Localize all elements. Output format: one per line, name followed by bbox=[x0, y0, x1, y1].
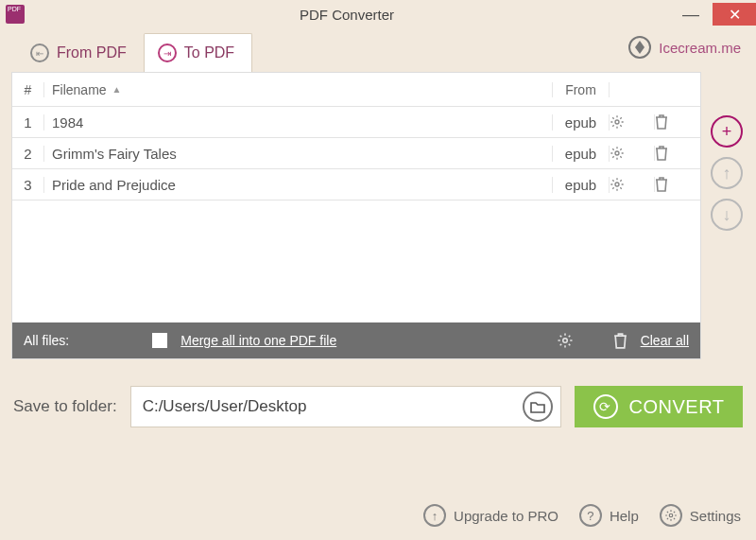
help-link[interactable]: ? Help bbox=[579, 504, 639, 527]
merge-link[interactable]: Merge all into one PDF file bbox=[180, 333, 336, 348]
gear-icon bbox=[610, 146, 625, 161]
brand-link[interactable]: Icecream.me bbox=[628, 36, 741, 59]
list-footer: All files: Merge all into one PDF file C… bbox=[12, 322, 700, 358]
gear-icon bbox=[660, 504, 682, 527]
row-index: 2 bbox=[12, 146, 44, 162]
row-settings-button[interactable] bbox=[610, 114, 655, 130]
table-row[interactable]: 1 1984 epub bbox=[12, 107, 700, 138]
tab-bar: ⇤ From PDF ⇥ To PDF Icecream.me bbox=[0, 28, 756, 72]
add-file-button[interactable]: + bbox=[711, 115, 743, 148]
svg-point-4 bbox=[669, 514, 673, 517]
help-icon: ? bbox=[579, 504, 602, 527]
convert-button[interactable]: ⟳ CONVERT bbox=[575, 386, 743, 427]
bottom-links: ↑ Upgrade to PRO ? Help Settings bbox=[423, 504, 741, 527]
save-path-field[interactable]: C:/Users/User/Desktop bbox=[130, 386, 561, 427]
row-filename: 1984 bbox=[44, 114, 553, 131]
side-controls: + ↑ ↓ bbox=[711, 115, 743, 231]
move-up-button[interactable]: ↑ bbox=[711, 157, 743, 189]
tab-label: To PDF bbox=[184, 44, 234, 61]
col-filename-label: Filename bbox=[52, 82, 107, 97]
row-settings-button[interactable] bbox=[610, 177, 655, 192]
row-filename: Pride and Prejudice bbox=[44, 177, 553, 193]
file-list-panel: # Filename ▲ From 1 1984 epub 2 Grimm's … bbox=[11, 72, 701, 359]
all-files-label: All files: bbox=[24, 333, 69, 348]
upgrade-icon: ↑ bbox=[423, 504, 446, 527]
move-down-button[interactable]: ↓ bbox=[711, 199, 743, 231]
browse-folder-button[interactable] bbox=[523, 392, 553, 422]
row-delete-button[interactable] bbox=[655, 177, 700, 192]
svg-point-1 bbox=[615, 151, 619, 155]
table-header: # Filename ▲ From bbox=[12, 73, 700, 107]
close-button[interactable]: ✕ bbox=[713, 3, 756, 26]
svg-point-0 bbox=[615, 120, 619, 124]
trash-icon bbox=[655, 114, 668, 130]
col-index[interactable]: # bbox=[12, 82, 44, 97]
save-row: Save to folder: C:/Users/User/Desktop ⟳ … bbox=[0, 359, 756, 427]
all-delete-button[interactable] bbox=[613, 333, 627, 349]
table-body: 1 1984 epub 2 Grimm's Fairy Tales epub 3… bbox=[12, 107, 700, 322]
row-from: epub bbox=[553, 146, 610, 162]
row-settings-button[interactable] bbox=[610, 146, 655, 161]
settings-link[interactable]: Settings bbox=[660, 504, 741, 527]
trash-icon bbox=[655, 177, 668, 192]
svg-point-2 bbox=[615, 183, 619, 186]
row-delete-button[interactable] bbox=[655, 114, 700, 130]
tab-to-pdf[interactable]: ⇥ To PDF bbox=[144, 33, 252, 72]
tab-from-pdf[interactable]: ⇤ From PDF bbox=[17, 34, 144, 72]
row-from: epub bbox=[553, 114, 610, 131]
settings-label: Settings bbox=[690, 508, 741, 524]
trash-icon bbox=[655, 146, 668, 161]
convert-label: CONVERT bbox=[629, 396, 725, 418]
table-row[interactable]: 3 Pride and Prejudice epub bbox=[12, 169, 700, 200]
upgrade-link[interactable]: ↑ Upgrade to PRO bbox=[423, 504, 558, 527]
tab-label: From PDF bbox=[57, 44, 127, 61]
gear-icon bbox=[557, 332, 574, 349]
from-pdf-icon: ⇤ bbox=[30, 44, 49, 62]
row-index: 3 bbox=[12, 177, 44, 193]
upgrade-label: Upgrade to PRO bbox=[454, 508, 558, 524]
row-filename: Grimm's Fairy Tales bbox=[44, 146, 553, 162]
window-title: PDF Converter bbox=[25, 7, 669, 23]
brand-label: Icecream.me bbox=[659, 40, 741, 56]
all-settings-button[interactable] bbox=[557, 332, 574, 349]
trash-icon bbox=[613, 333, 627, 349]
folder-icon bbox=[530, 401, 545, 413]
convert-icon: ⟳ bbox=[593, 394, 618, 419]
merge-checkbox[interactable] bbox=[152, 333, 167, 348]
svg-point-3 bbox=[562, 339, 567, 343]
sort-asc-icon: ▲ bbox=[112, 84, 122, 95]
help-label: Help bbox=[610, 508, 639, 524]
minimize-button[interactable]: — bbox=[669, 3, 713, 26]
to-pdf-icon: ⇥ bbox=[158, 44, 177, 62]
col-filename[interactable]: Filename ▲ bbox=[44, 82, 553, 97]
clear-all-link[interactable]: Clear all bbox=[641, 333, 689, 348]
app-icon bbox=[6, 5, 25, 24]
col-from[interactable]: From bbox=[553, 82, 610, 97]
row-from: epub bbox=[553, 177, 610, 193]
row-delete-button[interactable] bbox=[655, 146, 700, 161]
gear-icon bbox=[610, 177, 625, 192]
row-index: 1 bbox=[12, 114, 44, 131]
table-row[interactable]: 2 Grimm's Fairy Tales epub bbox=[12, 138, 700, 169]
gear-icon bbox=[610, 114, 625, 130]
save-label: Save to folder: bbox=[13, 397, 117, 416]
save-path-value: C:/Users/User/Desktop bbox=[143, 397, 307, 416]
title-bar: PDF Converter — ✕ bbox=[0, 0, 756, 28]
icecream-icon bbox=[628, 36, 651, 59]
